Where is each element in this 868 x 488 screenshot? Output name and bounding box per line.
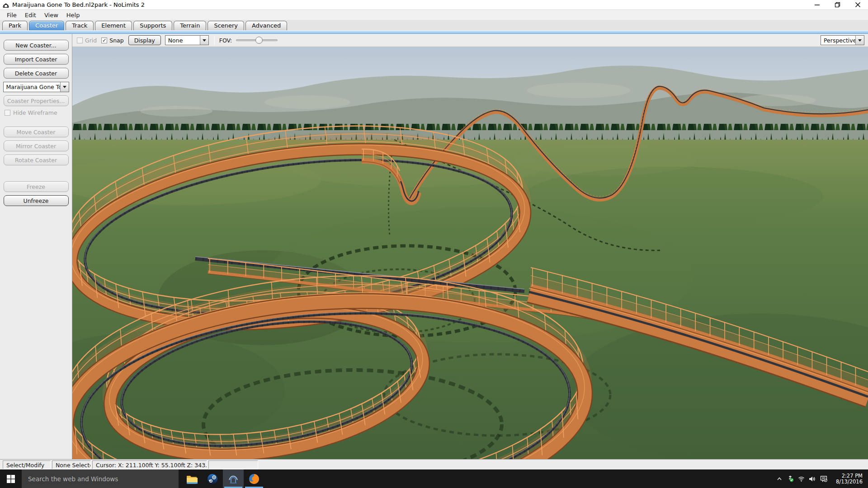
coaster-sidebar: New Coaster... Import Coaster Delete Coa… — [0, 34, 72, 459]
status-selection: None Selected — [52, 460, 91, 469]
file-explorer-icon — [186, 473, 198, 485]
fov-label: FOV: — [219, 37, 232, 44]
toolbar-separator — [214, 36, 215, 45]
taskbar-nolimits2[interactable] — [223, 469, 244, 488]
minimize-button[interactable] — [807, 0, 827, 9]
tray-dropbox-icon[interactable] — [785, 475, 796, 482]
import-coaster-button[interactable]: Import Coaster — [4, 54, 69, 65]
app-coaster-icon — [2, 1, 9, 9]
system-tray: 2:27 PM 8/13/2016 — [774, 469, 868, 488]
minimize-icon — [814, 2, 820, 8]
tray-volume-icon[interactable] — [807, 476, 817, 482]
tab-accent-strip — [0, 30, 868, 34]
view-toolbar: Grid ✓ Snap Display None FOV: Perspectiv… — [72, 34, 868, 47]
restore-button[interactable] — [827, 0, 848, 9]
status-mode: Select/Modify — [3, 460, 51, 469]
tab-supports[interactable]: Supports — [133, 21, 172, 30]
coaster-select[interactable]: Maraijuana Gone To — [3, 82, 69, 92]
checkmark-icon: ✓ — [102, 38, 106, 43]
menu-edit[interactable]: Edit — [21, 11, 40, 19]
new-coaster-button[interactable]: New Coaster... — [4, 40, 69, 51]
close-icon — [855, 2, 861, 8]
nolimits2-window: Maraijuana Gone To Bed.nl2park - NoLimit… — [0, 0, 868, 488]
clock-date: 8/13/2016 — [833, 479, 863, 485]
taskbar-steam[interactable] — [202, 469, 223, 488]
hide-wireframe-label: Hide Wireframe — [13, 109, 57, 116]
coaster-select-value: Maraijuana Gone To — [4, 82, 60, 92]
chevron-down-icon[interactable] — [200, 36, 208, 45]
status-extra — [208, 460, 258, 469]
nolimits2-icon — [227, 473, 239, 485]
snap-label: Snap — [109, 37, 123, 44]
grid-label: Grid — [85, 37, 97, 44]
taskbar-search-input[interactable] — [22, 469, 179, 488]
menu-file[interactable]: File — [3, 11, 21, 19]
tab-advanced[interactable]: Advanced — [245, 21, 287, 30]
fov-slider-handle[interactable] — [255, 37, 263, 44]
restore-icon — [835, 2, 840, 8]
start-button[interactable] — [0, 469, 22, 488]
view-mode-select[interactable]: Perspective — [821, 35, 864, 45]
status-cursor-coords: Cursor: X: 211.100ft Y: 55.100ft Z: 343.… — [92, 460, 207, 469]
tray-chevron-up-icon[interactable] — [774, 476, 785, 482]
taskbar-clock[interactable]: 2:27 PM 8/13/2016 — [833, 473, 863, 485]
freeze-button[interactable]: Freeze — [4, 181, 69, 192]
menu-view[interactable]: View — [40, 11, 62, 19]
hide-wireframe-row: Hide Wireframe — [5, 109, 72, 116]
move-coaster-button[interactable]: Move Coaster — [4, 127, 69, 137]
close-button[interactable] — [848, 0, 868, 9]
coaster-properties-button[interactable]: Coaster Properties... — [4, 95, 69, 106]
mirror-coaster-button[interactable]: Mirror Coaster — [4, 141, 69, 151]
titlebar: Maraijuana Gone To Bed.nl2park - NoLimit… — [0, 0, 868, 10]
tab-element[interactable]: Element — [95, 21, 132, 30]
coaster-3d-scene — [72, 47, 868, 459]
taskbar-file-explorer[interactable] — [181, 469, 202, 488]
display-mode-select[interactable]: None — [165, 35, 209, 45]
grid-checkbox[interactable] — [77, 38, 83, 43]
hide-wireframe-checkbox[interactable] — [5, 110, 10, 116]
unfreeze-button[interactable]: Unfreeze — [4, 195, 69, 206]
chevron-down-icon[interactable] — [855, 36, 864, 45]
tab-terrain[interactable]: Terrain — [174, 21, 206, 30]
menubar: File Edit View Help — [0, 10, 868, 20]
steam-icon — [207, 473, 218, 485]
delete-coaster-button[interactable]: Delete Coaster — [4, 68, 69, 79]
rotate-coaster-button[interactable]: Rotate Coaster — [4, 155, 69, 165]
tray-wifi-icon[interactable] — [796, 476, 807, 482]
snap-checkbox[interactable]: ✓ — [101, 38, 107, 43]
statusbar: Select/Modify None Selected Cursor: X: 2… — [0, 459, 868, 469]
window-title: Maraijuana Gone To Bed.nl2park - NoLimit… — [12, 1, 145, 8]
display-mode-value: None — [165, 36, 200, 45]
windows-taskbar: 2:27 PM 8/13/2016 — [0, 469, 868, 488]
tab-coaster[interactable]: Coaster — [29, 21, 64, 30]
tabbar: Park Coaster Track Element Supports Terr… — [0, 20, 868, 30]
tab-scenery[interactable]: Scenery — [208, 21, 244, 30]
tab-track[interactable]: Track — [66, 21, 94, 30]
display-button[interactable]: Display — [128, 35, 161, 45]
clock-time: 2:27 PM — [833, 473, 863, 479]
menu-help[interactable]: Help — [62, 11, 84, 19]
tab-park[interactable]: Park — [2, 21, 28, 30]
view-mode-value: Perspective — [821, 36, 855, 45]
fov-slider[interactable] — [236, 36, 278, 44]
taskbar-firefox[interactable] — [244, 469, 264, 488]
windows-logo-icon — [7, 475, 15, 483]
chevron-down-icon[interactable] — [60, 82, 69, 92]
viewport-3d[interactable] — [72, 47, 868, 459]
tray-action-center-icon[interactable] — [817, 475, 830, 482]
firefox-icon — [248, 473, 260, 485]
